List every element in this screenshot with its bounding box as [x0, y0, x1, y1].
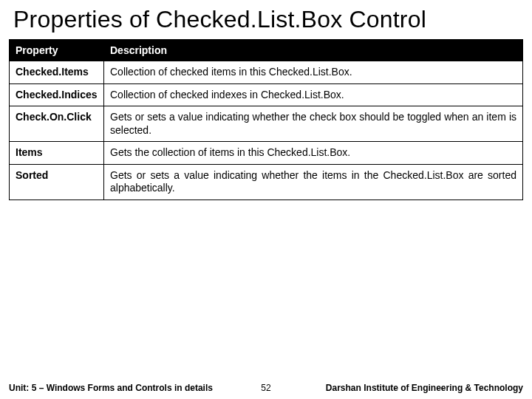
properties-table-wrap: Property Description Checked.Items Colle… — [0, 39, 532, 200]
cell-property: Check.On.Click — [10, 106, 104, 142]
page-title: Properties of Checked.List.Box Control — [0, 0, 532, 39]
properties-table: Property Description Checked.Items Colle… — [9, 39, 523, 200]
table-row: Sorted Gets or sets a value indicating w… — [10, 164, 523, 200]
cell-property: Sorted — [10, 164, 104, 200]
table-row: Checked.Items Collection of checked item… — [10, 61, 523, 84]
cell-property: Checked.Indices — [10, 83, 104, 106]
table-row: Checked.Indices Collection of checked in… — [10, 83, 523, 106]
table-header-row: Property Description — [10, 40, 523, 61]
cell-description: Collection of checked items in this Chec… — [104, 61, 523, 84]
footer-right: Darshan Institute of Engineering & Techn… — [326, 383, 523, 393]
cell-property: Items — [10, 142, 104, 165]
cell-description: Gets the collection of items in this Che… — [104, 142, 523, 165]
footer-page-number: 52 — [261, 383, 270, 393]
cell-description: Gets or sets a value indicating whether … — [104, 164, 523, 200]
header-description: Description — [104, 40, 523, 61]
cell-description: Gets or sets a value indicating whether … — [104, 106, 523, 142]
slide-footer: Unit: 5 – Windows Forms and Controls in … — [0, 383, 532, 393]
table-row: Check.On.Click Gets or sets a value indi… — [10, 106, 523, 142]
table-row: Items Gets the collection of items in th… — [10, 142, 523, 165]
cell-description: Collection of checked indexes in Checked… — [104, 83, 523, 106]
header-property: Property — [10, 40, 104, 61]
footer-left: Unit: 5 – Windows Forms and Controls in … — [9, 383, 213, 393]
cell-property: Checked.Items — [10, 61, 104, 84]
